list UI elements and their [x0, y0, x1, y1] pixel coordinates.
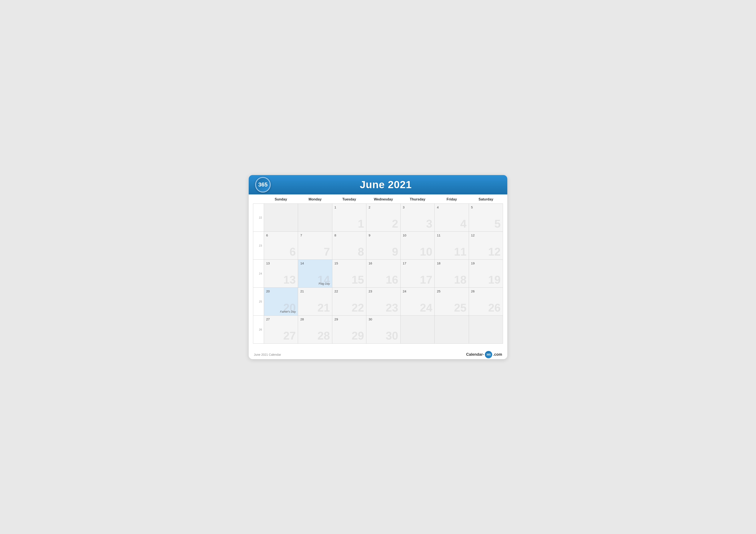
footer-prefix: Calendar-: [466, 352, 484, 357]
day-watermark: 13: [284, 274, 296, 285]
day-cell-17[interactable]: 1717: [401, 260, 435, 288]
day-cell-7[interactable]: 77: [298, 232, 332, 260]
day-number: 17: [403, 261, 432, 265]
day-header-tuesday: Tuesday: [332, 194, 366, 203]
week-number: 24: [253, 260, 264, 288]
day-number: 22: [335, 290, 364, 293]
day-cell-18[interactable]: 1818: [435, 260, 469, 288]
day-cell-26[interactable]: 2626: [469, 288, 503, 316]
day-watermark: 30: [386, 330, 398, 341]
day-cell-6[interactable]: 66: [264, 232, 298, 260]
day-cell-1[interactable]: 11: [332, 204, 366, 232]
day-watermark: 27: [284, 330, 296, 341]
calendar-title: June 2021: [271, 179, 501, 191]
day-number: 24: [403, 290, 432, 293]
day-cell-12[interactable]: 1212: [469, 232, 503, 260]
day-cell-13[interactable]: 1313: [264, 260, 298, 288]
day-header-wednesday: Wednesday: [366, 194, 401, 203]
day-number: 16: [368, 261, 398, 265]
footer-right: Calendar- 365 .com: [466, 351, 502, 358]
day-number: 27: [266, 318, 296, 321]
day-watermark: 10: [420, 246, 432, 257]
day-cell-4[interactable]: 44: [435, 204, 469, 232]
day-cell-empty[interactable]: [469, 316, 503, 343]
day-watermark: 17: [420, 274, 432, 285]
day-number: 26: [471, 290, 500, 293]
day-number: 2: [368, 205, 398, 209]
day-cell-15[interactable]: 1515: [332, 260, 366, 288]
day-cell-empty[interactable]: [264, 204, 298, 232]
day-number: 12: [471, 233, 500, 237]
week-number: 23: [253, 232, 264, 260]
day-number: 18: [437, 261, 466, 265]
day-cell-11[interactable]: 1111: [435, 232, 469, 260]
day-cell-5[interactable]: 55: [469, 204, 503, 232]
day-cell-24[interactable]: 2424: [401, 288, 435, 316]
day-number: 5: [471, 205, 500, 209]
day-cell-21[interactable]: 2121: [298, 288, 332, 316]
day-watermark: 25: [454, 302, 467, 313]
day-cell-20[interactable]: 2020Father's Day: [264, 288, 298, 316]
footer-left-text: June 2021 Calendar: [254, 353, 281, 356]
day-number: 28: [300, 318, 330, 321]
day-cell-3[interactable]: 33: [401, 204, 435, 232]
day-cell-27[interactable]: 2727: [264, 316, 298, 343]
day-number: 9: [368, 233, 398, 237]
day-number: 10: [403, 233, 432, 237]
day-number: 4: [437, 205, 466, 209]
day-number: 25: [437, 290, 466, 293]
calendar-card: 365 June 2021 SundayMondayTuesdayWednesd…: [249, 175, 507, 359]
day-number: 3: [403, 205, 432, 209]
day-header-monday: Monday: [298, 194, 332, 203]
day-cell-19[interactable]: 1919: [469, 260, 503, 288]
day-watermark: 11: [454, 246, 467, 257]
day-watermark: 2: [392, 218, 398, 229]
day-cell-23[interactable]: 2323: [366, 288, 400, 316]
day-watermark: 6: [290, 246, 296, 257]
calendar-body: SundayMondayTuesdayWednesdayThursdayFrid…: [249, 194, 507, 348]
page-wrapper: 365 June 2021 SundayMondayTuesdayWednesd…: [249, 175, 507, 359]
event-label: Flag Day: [319, 282, 330, 285]
day-cell-2[interactable]: 22: [366, 204, 400, 232]
logo-badge: 365: [255, 177, 271, 192]
day-cell-9[interactable]: 99: [366, 232, 400, 260]
day-header-friday: Friday: [435, 194, 469, 203]
day-cell-22[interactable]: 2222: [332, 288, 366, 316]
day-cell-10[interactable]: 1010: [401, 232, 435, 260]
day-watermark: 4: [460, 218, 467, 229]
day-cell-empty[interactable]: [401, 316, 435, 343]
week-number: 26: [253, 316, 264, 343]
week-number: 25: [253, 288, 264, 316]
day-number: 30: [368, 318, 398, 321]
footer-suffix: .com: [493, 352, 502, 357]
day-watermark: 22: [351, 302, 364, 313]
day-cell-29[interactable]: 2929: [332, 316, 366, 343]
footer-logo-badge: 365: [485, 351, 492, 358]
day-watermark: 8: [358, 246, 364, 257]
week-num-header-empty: [253, 194, 264, 203]
day-cell-14[interactable]: 1414Flag Day: [298, 260, 332, 288]
day-number: 7: [300, 233, 330, 237]
day-cell-25[interactable]: 2525: [435, 288, 469, 316]
day-watermark: 15: [351, 274, 364, 285]
day-number: 21: [300, 290, 330, 293]
calendar-grid: 2211223344552366778899101011111212241313…: [253, 203, 503, 343]
day-headers: SundayMondayTuesdayWednesdayThursdayFrid…: [253, 194, 503, 203]
day-cell-8[interactable]: 88: [332, 232, 366, 260]
day-number: 13: [266, 261, 296, 265]
day-cell-empty[interactable]: [435, 316, 469, 343]
day-watermark: 7: [324, 246, 330, 257]
day-number: 23: [368, 290, 398, 293]
day-cell-30[interactable]: 3030: [366, 316, 400, 343]
day-watermark: 29: [351, 330, 364, 341]
day-watermark: 12: [488, 246, 500, 257]
day-cell-28[interactable]: 2828: [298, 316, 332, 343]
day-watermark: 28: [317, 330, 330, 341]
day-number: 14: [300, 261, 330, 265]
day-cell-16[interactable]: 1616: [366, 260, 400, 288]
day-cell-empty[interactable]: [298, 204, 332, 232]
day-watermark: 5: [494, 218, 500, 229]
day-number: 8: [335, 233, 364, 237]
day-header-thursday: Thursday: [400, 194, 435, 203]
day-watermark: 16: [386, 274, 398, 285]
